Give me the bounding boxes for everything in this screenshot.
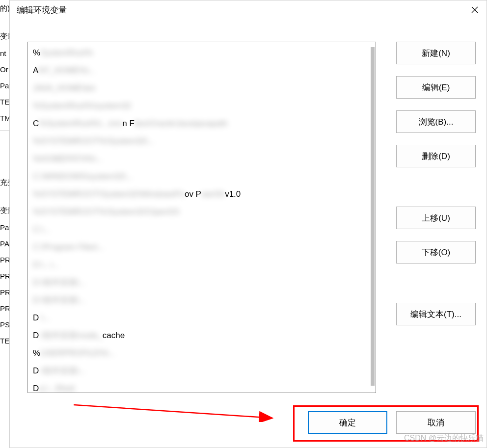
button-column: 新建(N) 编辑(E) 浏览(B)... 删除(D) 上移(U) 下移(O) 编…: [396, 42, 476, 337]
list-item[interactable]: D:\...\...: [28, 256, 371, 274]
svg-line-0: [74, 405, 272, 418]
close-button[interactable]: [463, 0, 487, 19]
list-item[interactable]: %USERPROFILE%\...: [28, 344, 371, 362]
list-item[interactable]: D:\软件安装\...: [28, 274, 371, 291]
new-button[interactable]: 新建(N): [396, 42, 476, 64]
edit-button[interactable]: 编辑(E): [396, 76, 476, 99]
list-item[interactable]: D:\软件安装\node_cache: [28, 327, 371, 344]
list-item[interactable]: %SYSTEMROOT%\System32\...: [28, 132, 371, 150]
titlebar: 编辑环境变量: [10, 0, 487, 19]
list-item[interactable]: %HOMEPATH%\...: [28, 150, 371, 168]
scrollbar[interactable]: [371, 47, 375, 386]
list-item[interactable]: D:\软件安装\...: [28, 291, 371, 309]
list-item[interactable]: D:\...: [28, 309, 371, 327]
path-listbox[interactable]: %SystemRoot%ANT_HOME%\...JAVA_HOME\bin%S…: [27, 42, 376, 393]
list-item[interactable]: C%SystemRoot%\...mmn Files\Oracle\Java\j…: [28, 115, 371, 132]
move-down-button[interactable]: 下移(O): [396, 241, 476, 264]
watermark: CSDN @云边的快乐猫: [404, 433, 484, 444]
list-item[interactable]: ANT_HOME%\...: [28, 62, 371, 79]
edit-environment-variable-dialog: 编辑环境变量 %SystemRoot%ANT_HOME%\...JAVA_HOM…: [9, 0, 487, 448]
list-item[interactable]: C:\WINDOWS\system32\...: [28, 168, 371, 185]
list-item[interactable]: C:\...: [28, 221, 371, 238]
list-item[interactable]: JAVA_HOME\bin: [28, 79, 371, 97]
list-item[interactable]: %SystemRoot%: [28, 44, 371, 62]
browse-button[interactable]: 浏览(B)...: [396, 110, 476, 133]
delete-button[interactable]: 删除(D): [396, 145, 476, 167]
list-item[interactable]: D:\软件安装\...: [28, 362, 371, 380]
list-item[interactable]: %SYSTEMROOT%\System32\OpenSS: [28, 203, 371, 221]
close-icon: [471, 6, 478, 13]
list-item[interactable]: %SystemRoot%\system32: [28, 97, 371, 115]
ok-button[interactable]: 确定: [308, 411, 387, 434]
move-up-button[interactable]: 上移(U): [396, 207, 476, 229]
list-item[interactable]: Da:\...\Redi: [28, 380, 371, 393]
edit-text-button[interactable]: 编辑文本(T)...: [396, 303, 476, 325]
dialog-title: 编辑环境变量: [17, 4, 67, 16]
list-item[interactable]: C:\Program Files\...: [28, 238, 371, 256]
cancel-button[interactable]: 取消: [396, 411, 476, 434]
footer-buttons: 确定 取消: [308, 411, 476, 434]
list-item[interactable]: %SYSTEMROOT\System32\WindowsPoov PwerShv…: [28, 185, 371, 203]
annotation-arrow: [74, 402, 280, 422]
